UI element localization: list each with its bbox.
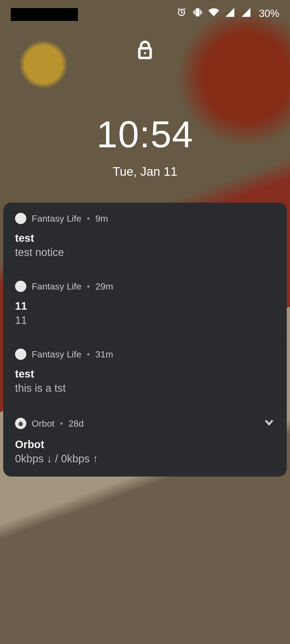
notification-age: 28d	[68, 418, 84, 429]
alarm-icon	[176, 7, 187, 20]
notification-app-name: Orbot	[32, 418, 55, 429]
notification-title: 11	[15, 300, 275, 312]
clock-date: Tue, Jan 11	[0, 164, 290, 179]
clock-area: 10:54 Tue, Jan 11	[0, 113, 290, 179]
notification-title: Orbot	[15, 438, 275, 451]
wifi-icon	[208, 7, 219, 20]
chevron-down-icon	[263, 420, 275, 430]
status-icons-right: 30%	[176, 7, 279, 20]
app-icon	[15, 281, 26, 292]
separator-dot: •	[87, 213, 90, 224]
notification-card[interactable]: Fantasy Life • 31m test this is a tst	[3, 338, 287, 406]
vibrate-icon	[192, 7, 203, 20]
notification-body: 11	[15, 314, 275, 326]
expand-button[interactable]	[263, 416, 275, 430]
notification-card[interactable]: Fantasy Life • 29m 11 11	[3, 270, 287, 338]
notification-stack[interactable]: Fantasy Life • 9m test test notice Fanta…	[3, 203, 287, 477]
notification-card[interactable]: Orbot • 28d Orbot 0kbps ↓ / 0kbps ↑	[3, 406, 287, 477]
notification-app-name: Fantasy Life	[32, 349, 81, 360]
lock-icon	[136, 40, 154, 61]
notification-age: 31m	[95, 349, 113, 360]
status-bar-redaction	[11, 8, 78, 21]
notification-age: 9m	[95, 213, 108, 224]
signal-icon	[241, 7, 251, 20]
notification-app-name: Fantasy Life	[32, 281, 81, 292]
clock-time: 10:54	[0, 113, 290, 156]
lock-indicator	[0, 40, 290, 61]
status-bar: 30%	[0, 0, 290, 27]
orbot-icon	[15, 418, 26, 429]
notification-body: 0kbps ↓ / 0kbps ↑	[15, 453, 275, 465]
notification-title: test	[15, 232, 275, 244]
signal-icon	[224, 7, 235, 20]
svg-point-2	[19, 422, 23, 426]
notification-title: test	[15, 368, 275, 380]
notification-app-name: Fantasy Life	[32, 213, 81, 224]
separator-dot: •	[87, 349, 90, 360]
notification-card[interactable]: Fantasy Life • 9m test test notice	[3, 203, 287, 270]
notification-body: this is a tst	[15, 382, 275, 394]
battery-percent: 30%	[259, 8, 279, 19]
app-icon	[15, 349, 26, 360]
app-icon	[15, 213, 26, 224]
notification-age: 29m	[95, 281, 113, 292]
separator-dot: •	[87, 281, 90, 292]
lockscreen: 30% 10:54 Tue, Jan 11 Fantasy Life • 9m …	[0, 0, 290, 644]
separator-dot: •	[60, 418, 63, 429]
svg-point-1	[144, 52, 146, 54]
notification-body: test notice	[15, 246, 275, 258]
